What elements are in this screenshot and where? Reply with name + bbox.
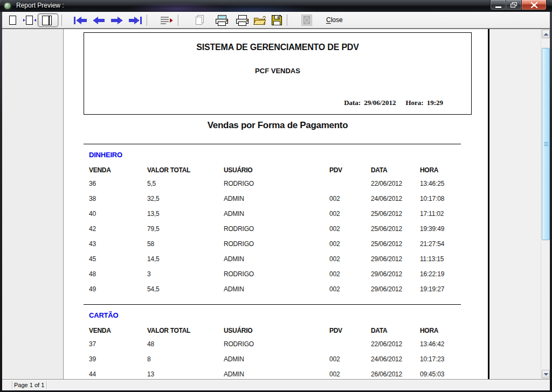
cell: 002 [329,355,340,363]
next-page-icon [110,16,124,25]
column-header: USUÁRIO [224,327,252,334]
title-bar[interactable]: Report Preview : [0,0,552,12]
report-preview-window: Report Preview : [0,0,552,392]
close-window-button[interactable] [522,0,547,10]
scroll-down-button[interactable] [542,370,550,379]
cell: 37 [89,340,96,348]
cell: 21:27:54 [420,240,444,248]
scrollbar-thumb[interactable] [542,48,550,240]
cell: 25/06/2012 [371,210,402,218]
cell: 5,5 [147,180,156,187]
multi-page-icon [195,15,205,25]
cell: 40 [89,210,96,218]
section-divider [84,144,461,144]
save-icon [272,15,282,25]
report-subtitle: PCF VENDAS [84,67,471,75]
cell: 45 [89,255,96,263]
cell: 25/06/2012 [371,240,402,248]
arrow-up-icon [544,33,548,36]
column-header: VALOR TOTAL [147,166,190,174]
cell: 29/06/2012 [371,270,402,278]
thumbnail-pane[interactable] [2,29,64,379]
cell: ADMIN [224,210,244,218]
table-row: 483RODRIGO00229/06/201216:22:19 [64,270,488,279]
status-bar: Page 1 of 1 [2,379,550,390]
multi-page-button[interactable] [194,13,206,27]
toolbar: Close [2,12,550,29]
cell: ADMIN [224,195,244,202]
cell: 29/06/2012 [371,285,402,293]
report-title: Vendas por Forma de Pagamento [84,120,472,131]
cell: 16:22:19 [420,270,444,278]
minimize-icon [495,6,501,8]
table-row: 398ADMIN00224/06/201210:17:23 [64,355,488,364]
close-preview-button[interactable]: Close [326,16,343,24]
first-page-button[interactable] [73,13,87,27]
window-title: Report Preview : [16,2,64,9]
print-range-button[interactable] [158,13,175,27]
window-body: Close SISTEMA DE GERENCIAMENTO DE PDV PC… [2,12,550,390]
cell: 17:11:02 [420,210,444,218]
zoom-100-icon [42,16,54,25]
column-header: USUÁRIO [224,166,252,174]
printer-setup-button[interactable] [213,13,230,27]
cell: 26/06/2012 [371,370,402,378]
page-indicator: Page 1 of 1 [14,382,44,388]
previous-page-button[interactable] [91,13,106,27]
arrow-down-icon [544,373,548,376]
cell: ADMIN [224,355,244,363]
zoom-100-button[interactable] [38,13,58,27]
cell: 42 [89,225,96,233]
table-row: 4358RODRIGO00225/06/201221:27:54 [64,240,488,249]
column-header: VALOR TOTAL [147,327,190,334]
cell: 36 [89,180,96,187]
cell: 002 [329,240,340,248]
scroll-up-button[interactable] [542,30,550,38]
cell: 49 [89,285,96,293]
time-value: 19:29 [427,99,443,107]
cell: 13:46:42 [420,340,444,348]
report-datetime: Data:29/06/2012Hora:19:29 [344,99,443,107]
section-divider [84,304,461,305]
open-folder-icon [253,16,266,25]
cell: 3 [147,270,150,278]
fit-to-width-button[interactable] [23,13,37,27]
export-button[interactable] [300,13,314,27]
next-page-button[interactable] [109,13,124,27]
column-header: VENDA [89,166,111,174]
table-row: 3748RODRIGO22/06/201213:46:42 [64,340,488,349]
cell: 13:46:25 [420,180,444,187]
cell: 25/06/2012 [371,225,402,233]
column-header: HORA [420,327,438,334]
cell: RODRIGO [224,225,254,233]
table-row: 4954,5ADMIN00229/06/201219:19:27 [64,285,488,294]
print-button[interactable] [234,13,250,27]
cell: 22/06/2012 [371,340,402,348]
caption-buttons [490,0,547,10]
cell: 19:39:49 [420,225,444,233]
report-header-box: SISTEMA DE GERENCIAMENTO DE PDV PCF VEND… [84,32,472,115]
save-report-button[interactable] [270,13,284,27]
whole-page-view-button[interactable] [6,13,18,27]
column-header: DATA [371,166,387,174]
cell: 29/06/2012 [371,255,402,263]
vertical-scrollbar[interactable] [541,29,550,379]
restore-icon [510,2,517,8]
open-report-button[interactable] [252,13,268,27]
cell: 24/06/2012 [371,355,402,363]
cell: 19:19:27 [420,285,444,293]
column-header: PDV [329,166,342,174]
report-page: SISTEMA DE GERENCIAMENTO DE PDV PCF VEND… [64,29,489,379]
first-page-icon [73,16,87,25]
cell: 002 [329,225,340,233]
table-row: 3832,5ADMIN00224/06/201210:17:08 [64,195,488,204]
table-row: 4413ADMIN00226/06/201209:45:03 [64,370,488,379]
restore-button[interactable] [506,0,522,10]
last-page-button[interactable] [128,13,142,27]
minimize-button[interactable] [490,0,506,10]
previous-page-icon [92,16,106,25]
cell: RODRIGO [224,240,254,248]
fit-to-width-icon [23,16,36,25]
column-header: VENDA [89,327,111,334]
cell: RODRIGO [224,180,254,187]
